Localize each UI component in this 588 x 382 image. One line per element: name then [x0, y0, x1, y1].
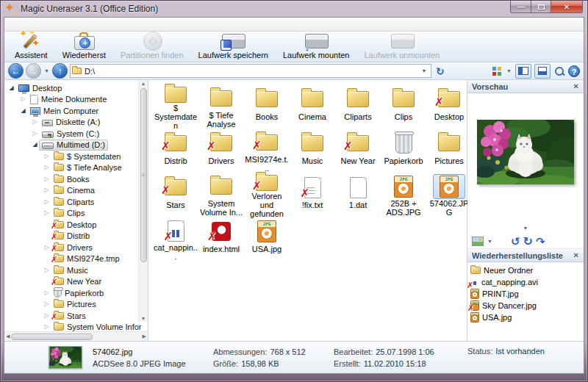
recovery-list-item[interactable]: cat_napping.avi — [469, 276, 582, 288]
file-item[interactable]: Cliparts — [335, 86, 381, 129]
close-button[interactable]: ✕ — [551, 1, 583, 13]
minimize-button[interactable]: — — [510, 1, 531, 13]
tree-item[interactable]: Stars — [4, 310, 137, 322]
file-item[interactable]: Music — [290, 130, 335, 173]
file-item[interactable]: Cinema — [290, 86, 335, 129]
image-mode-icon[interactable] — [472, 237, 484, 246]
tree-item-body[interactable]: Cliparts — [51, 196, 97, 207]
tree-item-body[interactable]: Diskette (A:) — [39, 117, 104, 128]
recovery-list-item[interactable]: Sky Dancer.jpg — [469, 300, 582, 311]
expander-icon[interactable] — [19, 96, 27, 103]
scrollbar-thumb[interactable] — [140, 88, 147, 262]
tree-item-body[interactable]: MSI9274e.tmp — [51, 253, 123, 264]
menu-item[interactable] — [7, 23, 18, 26]
file-item[interactable]: MSI9274e.t... — [244, 130, 290, 173]
tree-item[interactable]: New Year — [4, 276, 137, 288]
menu-item[interactable] — [38, 23, 49, 26]
expander-icon[interactable] — [31, 118, 39, 126]
scroll-up-icon[interactable]: ▲ — [141, 80, 146, 87]
scrollbar-thumb[interactable] — [11, 334, 93, 340]
tree-item-body[interactable]: Stars — [51, 310, 89, 321]
tree-item-body[interactable]: Desktop — [15, 82, 65, 93]
scroll-right-icon[interactable]: ▶ — [143, 334, 146, 339]
toolbar-button[interactable]: Wiederherst — [55, 32, 113, 62]
file-item[interactable]: Distrib — [153, 130, 198, 173]
tree-item[interactable]: Clips — [4, 208, 137, 220]
expander-icon[interactable] — [43, 187, 51, 194]
tree-item[interactable]: Diskette (A:) — [4, 117, 137, 129]
toolbar-button[interactable]: Partitionen finden — [113, 32, 191, 62]
tree-item[interactable]: Mein Computer — [4, 105, 137, 117]
menu-item[interactable] — [28, 23, 38, 26]
file-item[interactable]: !fix.txt — [290, 174, 335, 217]
tree-item[interactable]: Distrib — [4, 231, 137, 242]
tree-item-body[interactable]: Music — [51, 264, 91, 275]
file-item[interactable]: System Volume In... — [198, 174, 244, 217]
file-item[interactable]: Papierkorb — [381, 130, 426, 173]
expander-icon[interactable] — [43, 153, 51, 160]
file-item[interactable]: Books — [244, 86, 290, 129]
tree-vertical-scrollbar[interactable]: ▲ ▼ — [138, 80, 148, 322]
recovery-list-item[interactable]: USA.jpg — [469, 311, 582, 323]
file-item[interactable]: Desktop — [426, 86, 472, 129]
tree-item[interactable]: Multimed (D:) — [4, 140, 137, 151]
address-combo[interactable]: D:\ ▼ — [70, 64, 431, 78]
tree-item-body[interactable]: Distrib — [51, 231, 93, 242]
rotate-right-icon[interactable]: ↷ — [536, 236, 545, 247]
tree-item[interactable]: Books — [4, 173, 137, 185]
tree-item-body[interactable]: $ Systemdaten — [51, 151, 123, 162]
tree-item-body[interactable]: $ Tiefe Analyse — [51, 162, 125, 173]
splitter-handle-icon[interactable]: ▼ — [523, 226, 528, 231]
tree-item[interactable]: Cliparts — [4, 196, 137, 208]
expander-icon[interactable] — [31, 141, 39, 148]
tree-item[interactable]: Desktop — [4, 219, 137, 231]
tree-item[interactable]: MSI9274e.tmp — [4, 253, 137, 265]
close-icon[interactable]: ✕ — [573, 251, 579, 259]
tree-item-body[interactable]: System Volume Infor — [51, 322, 145, 331]
maximize-button[interactable] — [531, 1, 551, 13]
preview-panel-toggle[interactable] — [515, 64, 531, 79]
expander-icon[interactable] — [43, 300, 51, 308]
tree-item[interactable]: Music — [4, 264, 137, 276]
tree-item-body[interactable]: System (C:) — [39, 128, 102, 139]
menu-item[interactable] — [18, 23, 28, 26]
tree-item-body[interactable]: Desktop — [51, 219, 99, 230]
tree-item[interactable]: Pictures — [4, 299, 137, 311]
file-item[interactable]: USA.jpg — [244, 218, 290, 261]
file-item[interactable]: Stars — [153, 174, 198, 217]
view-mode-dropdown-icon[interactable]: ▼ — [506, 68, 512, 73]
history-dropdown-icon[interactable]: ▼ — [43, 68, 50, 73]
file-item[interactable]: $ Tiefe Analyse — [198, 86, 244, 129]
expander-icon[interactable] — [7, 84, 15, 92]
menu-item[interactable] — [49, 23, 59, 26]
title-bar[interactable]: Magic Uneraser 3.1 (Office Edition) — ✕ — [1, 1, 587, 17]
tree-item-body[interactable]: Drivers — [51, 242, 96, 253]
recovery-list-item[interactable]: PRINT.jpg — [469, 288, 582, 300]
toolbar-button[interactable]: Laufwerk speichern — [191, 32, 276, 62]
back-button[interactable]: ← — [8, 63, 24, 79]
expander-icon[interactable] — [43, 198, 51, 206]
scroll-down-icon[interactable]: ▼ — [141, 315, 146, 322]
file-item[interactable]: New Year — [335, 130, 381, 173]
tree-item-body[interactable]: New Year — [51, 276, 104, 287]
tree-item[interactable]: System (C:) — [4, 128, 137, 140]
expander-icon[interactable] — [43, 267, 51, 274]
tree-item-body[interactable]: Pictures — [51, 299, 99, 310]
forward-button[interactable]: → — [26, 63, 41, 79]
tree-item[interactable]: Meine Dokumente — [4, 94, 137, 106]
file-item[interactable]: 574062.JPG — [426, 174, 472, 217]
file-item[interactable]: $ Systemdaten — [153, 86, 198, 129]
toolbar-button[interactable]: Laufwerk unmounten — [356, 32, 447, 62]
rotate-left-icon[interactable]: ↺ — [511, 236, 520, 247]
expander-icon[interactable] — [19, 107, 27, 115]
search-icon[interactable] — [553, 65, 565, 77]
tree-item[interactable]: Desktop — [4, 82, 137, 94]
file-item[interactable]: Verloren und gefunden — [244, 174, 290, 217]
file-item[interactable]: 1.dat — [335, 174, 381, 217]
tree-item-body[interactable]: Meine Dokumente — [27, 94, 110, 105]
recovery-panel-toggle[interactable] — [534, 64, 551, 79]
tree-item[interactable]: $ Systemdaten — [4, 151, 137, 162]
tree-item-body[interactable]: Mein Computer — [27, 105, 101, 116]
toolbar-button[interactable]: Assistent — [7, 32, 55, 62]
address-dropdown-icon[interactable]: ▼ — [419, 68, 429, 73]
